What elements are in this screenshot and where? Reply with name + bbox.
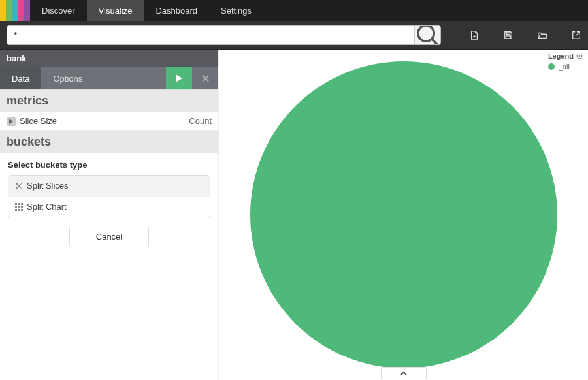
svg-point-7: [16, 183, 18, 185]
index-title: bank: [0, 50, 218, 67]
visualization-area: Legend _all: [219, 50, 588, 380]
svg-rect-18: [18, 209, 20, 211]
metric-name: Slice Size: [20, 116, 57, 126]
settings-icon[interactable]: [576, 53, 583, 59]
save-button[interactable]: [498, 25, 518, 45]
folder-open-icon: [538, 31, 547, 40]
pie-chart: [247, 58, 561, 372]
file-plus-icon: [470, 31, 479, 40]
search-input[interactable]: [7, 26, 414, 44]
nav-settings[interactable]: Settings: [209, 0, 263, 21]
nav-visualize[interactable]: Visualize: [87, 0, 144, 21]
svg-rect-5: [506, 35, 511, 38]
metrics-section-label: metrics: [0, 89, 218, 112]
top-actions: [465, 25, 588, 45]
svg-line-10: [18, 183, 23, 187]
app-logo[interactable]: [0, 0, 30, 21]
svg-rect-4: [506, 31, 510, 34]
bucket-option-label: Split Chart: [27, 202, 67, 212]
pie-slice-all[interactable]: [250, 61, 557, 368]
svg-rect-13: [21, 203, 23, 205]
svg-point-21: [579, 55, 581, 57]
cancel-button[interactable]: Cancel: [69, 227, 149, 247]
scissors-icon: [15, 182, 23, 190]
bucket-option-split-slices[interactable]: Split Slices: [8, 176, 210, 196]
svg-rect-11: [15, 203, 17, 205]
svg-point-8: [16, 187, 18, 189]
save-icon: [504, 31, 513, 40]
sidebar: bank Data Options ✕ metrics Slice Size C…: [0, 50, 219, 380]
buckets-section-label: buckets: [0, 131, 218, 153]
bucket-prompt: Select buckets type: [8, 160, 210, 170]
tab-options[interactable]: Options: [41, 67, 94, 89]
svg-line-9: [18, 185, 23, 189]
svg-line-6: [576, 31, 580, 35]
grid-icon: [15, 203, 23, 211]
play-icon: [176, 74, 182, 82]
share-button[interactable]: [566, 25, 586, 45]
svg-point-0: [418, 25, 434, 41]
svg-rect-12: [18, 203, 20, 205]
search-button[interactable]: [414, 26, 440, 44]
search-wrap: [7, 25, 441, 45]
nav-dashboard[interactable]: Dashboard: [144, 0, 209, 21]
svg-rect-16: [21, 206, 23, 208]
new-viz-button[interactable]: [465, 25, 484, 45]
search-icon: [415, 25, 440, 45]
close-icon: ✕: [201, 72, 210, 85]
main-area: bank Data Options ✕ metrics Slice Size C…: [0, 50, 588, 380]
svg-rect-14: [15, 206, 17, 208]
external-link-icon: [572, 31, 581, 40]
tab-data[interactable]: Data: [0, 67, 41, 89]
svg-rect-17: [15, 209, 17, 211]
nav-discover[interactable]: Discover: [30, 0, 87, 21]
bucket-option-split-chart[interactable]: Split Chart: [8, 196, 210, 217]
expand-metric-icon: [7, 117, 16, 126]
svg-rect-19: [21, 209, 23, 211]
svg-line-1: [433, 40, 439, 45]
chevron-up-icon: [400, 370, 407, 377]
action-bar: [0, 21, 588, 50]
close-editor-button[interactable]: ✕: [192, 67, 218, 89]
metric-value: Count: [189, 116, 212, 126]
metric-row[interactable]: Slice Size Count: [0, 112, 218, 131]
bucket-body: Select buckets type Split Slices Split C…: [0, 153, 218, 247]
bucket-option-label: Split Slices: [27, 181, 69, 191]
run-button[interactable]: [166, 67, 192, 89]
top-nav: Discover Visualize Dashboard Settings: [0, 0, 588, 21]
expand-panel-button[interactable]: [381, 367, 427, 379]
sidebar-tabs: Data Options ✕: [0, 67, 218, 89]
svg-rect-15: [18, 206, 20, 208]
open-button[interactable]: [532, 25, 552, 45]
bucket-list: Split Slices Split Chart: [8, 175, 210, 217]
